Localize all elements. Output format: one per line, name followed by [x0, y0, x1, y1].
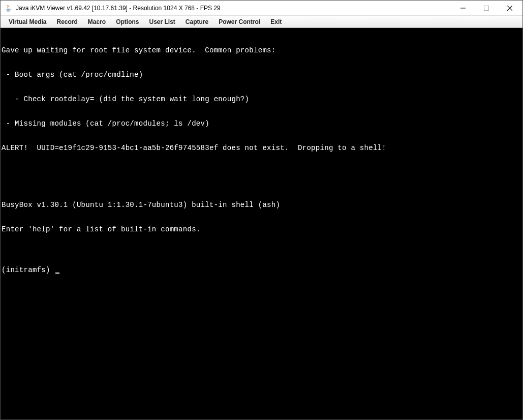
- java-icon: [5, 4, 13, 12]
- console-prompt: (initramfs): [2, 266, 54, 274]
- close-button[interactable]: [498, 1, 521, 16]
- titlebar: Java iKVM Viewer v1.69.42 [10.17.61.39] …: [1, 1, 522, 16]
- minimize-button[interactable]: [451, 1, 475, 16]
- console-line: Enter 'help' for a list of built-in comm…: [2, 225, 521, 233]
- console[interactable]: Gave up waiting for root file system dev…: [1, 28, 522, 419]
- window-controls: [451, 1, 521, 15]
- console-line: ALERT! UUID=e19f1c29-9153-4bc1-aa5b-26f9…: [2, 144, 521, 152]
- console-prompt-line: (initramfs): [2, 266, 521, 274]
- window-title: Java iKVM Viewer v1.69.42 [10.17.61.39] …: [16, 5, 221, 12]
- console-line: - Missing modules (cat /proc/modules; ls…: [2, 119, 521, 128]
- menu-macro[interactable]: Macro: [83, 17, 111, 27]
- menu-exit[interactable]: Exit: [265, 17, 287, 27]
- menu-user-list[interactable]: User List: [144, 17, 180, 27]
- svg-rect-1: [484, 6, 489, 10]
- menu-virtual-media[interactable]: Virtual Media: [4, 17, 51, 27]
- console-line: BusyBox v1.30.1 (Ubuntu 1:1.30.1-7ubuntu…: [2, 201, 521, 209]
- console-line: - Boot args (cat /proc/cmdline): [2, 71, 521, 79]
- maximize-button[interactable]: [475, 1, 498, 16]
- cursor-icon: [55, 273, 59, 274]
- menu-record[interactable]: Record: [51, 17, 82, 27]
- console-line: Gave up waiting for root file system dev…: [2, 46, 521, 54]
- menu-options[interactable]: Options: [111, 17, 144, 27]
- console-line: - Check rootdelay= (did the system wait …: [2, 95, 521, 103]
- menu-capture[interactable]: Capture: [180, 17, 213, 27]
- menubar: Virtual Media Record Macro Options User …: [1, 16, 522, 28]
- menu-power-control[interactable]: Power Control: [213, 17, 265, 27]
